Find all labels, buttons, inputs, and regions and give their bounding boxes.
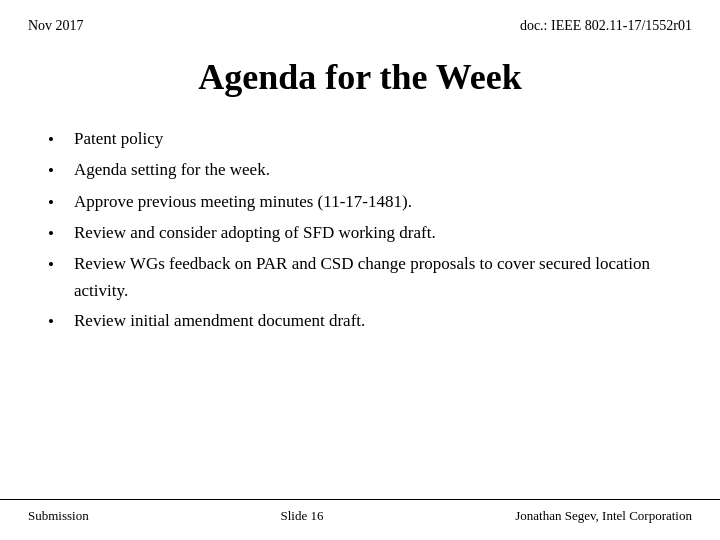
- slide-footer: Submission Slide 16 Jonathan Segev, Inte…: [0, 499, 720, 524]
- list-item: • Patent policy: [48, 126, 672, 153]
- bullet-icon: •: [48, 309, 70, 335]
- bullet-text: Review WGs feedback on PAR and CSD chang…: [74, 251, 672, 304]
- list-item: • Review initial amendment document draf…: [48, 308, 672, 335]
- bullet-text: Agenda setting for the week.: [74, 157, 672, 183]
- header-date: Nov 2017: [28, 18, 84, 34]
- bullet-text: Review initial amendment document draft.: [74, 308, 672, 334]
- bullet-icon: •: [48, 158, 70, 184]
- content-area: • Patent policy • Agenda setting for the…: [0, 126, 720, 335]
- slide-container: Nov 2017 doc.: IEEE 802.11-17/1552r01 Ag…: [0, 0, 720, 540]
- list-item: • Review and consider adopting of SFD wo…: [48, 220, 672, 247]
- slide-header: Nov 2017 doc.: IEEE 802.11-17/1552r01: [0, 0, 720, 34]
- footer-slide-number: Slide 16: [280, 508, 323, 524]
- list-item: • Agenda setting for the week.: [48, 157, 672, 184]
- bullet-icon: •: [48, 252, 70, 278]
- footer-author: Jonathan Segev, Intel Corporation: [515, 508, 692, 524]
- bullet-icon: •: [48, 221, 70, 247]
- bullet-text: Approve previous meeting minutes (11-17-…: [74, 189, 672, 215]
- header-doc-id: doc.: IEEE 802.11-17/1552r01: [520, 18, 692, 34]
- list-item: • Approve previous meeting minutes (11-1…: [48, 189, 672, 216]
- bullet-icon: •: [48, 127, 70, 153]
- bullet-icon: •: [48, 190, 70, 216]
- bullet-text: Patent policy: [74, 126, 672, 152]
- slide-title: Agenda for the Week: [0, 56, 720, 98]
- footer-submission: Submission: [28, 508, 89, 524]
- list-item: • Review WGs feedback on PAR and CSD cha…: [48, 251, 672, 304]
- bullet-text: Review and consider adopting of SFD work…: [74, 220, 672, 246]
- bullet-list: • Patent policy • Agenda setting for the…: [48, 126, 672, 335]
